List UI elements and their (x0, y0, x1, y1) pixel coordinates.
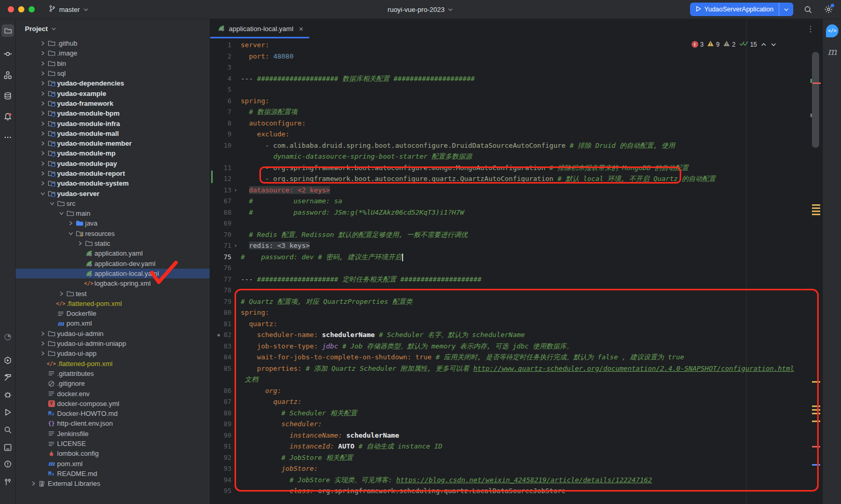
chevron-expanded-icon[interactable] (57, 211, 65, 216)
maximize-window-button[interactable] (29, 6, 35, 12)
project-switcher[interactable]: ruoyi-vue-pro-2023 (388, 6, 453, 13)
tree-item[interactable]: yudao-server (16, 188, 210, 198)
warning-count[interactable]: 9 (707, 40, 720, 48)
chevron-collapsed-icon[interactable] (38, 351, 47, 356)
code-line-2[interactable]: 2 port: 48080 (210, 51, 822, 62)
tree-item[interactable]: yudao-module-pay (16, 159, 210, 169)
tree-item[interactable]: yudao-example (16, 88, 210, 98)
tree-item[interactable]: java (16, 218, 210, 228)
code-line-83[interactable]: 83 job-store-type: jdbc # Job 存储器类型。默认为 … (210, 341, 822, 352)
window-controls[interactable] (8, 6, 35, 12)
structure-tool-icon[interactable] (2, 69, 14, 81)
chevron-expanded-icon[interactable] (38, 191, 47, 197)
code-line-8[interactable]: 8 autoconfigure: (210, 118, 822, 129)
prev-problem-icon[interactable] (761, 41, 767, 48)
code-line-95[interactable]: 95 class: org.springframework.scheduling… (210, 485, 822, 497)
chevron-expanded-icon[interactable] (48, 201, 56, 206)
chevron-collapsed-icon[interactable] (38, 150, 47, 156)
services-tool-icon[interactable] (2, 354, 14, 367)
run-configuration-button[interactable]: YudaoServerApplication (690, 3, 793, 16)
tree-item[interactable]: application.yaml (16, 248, 210, 258)
chevron-collapsed-icon[interactable] (38, 80, 47, 86)
code-line-6[interactable]: 6spring: (210, 95, 822, 107)
code-line-4[interactable]: 4--- #################### 数据库相关配置 ######… (210, 73, 822, 85)
code-line-70[interactable]: 70 # Redis 配置。Redisson 默认的配置足够使用, 一般不需要进… (210, 229, 822, 241)
chevron-collapsed-icon[interactable] (29, 481, 37, 486)
tree-item[interactable]: yudao-ui-app (16, 348, 210, 358)
tree-item[interactable]: .gitattributes (16, 369, 210, 379)
editor-scrollbar-thumb[interactable] (812, 52, 819, 148)
more-tool-icon[interactable] (2, 131, 14, 144)
chevron-collapsed-icon[interactable] (38, 91, 47, 96)
tree-item[interactable]: resources (16, 229, 210, 239)
code-line-80[interactable]: 80spring: (210, 307, 822, 318)
chevron-collapsed-icon[interactable] (38, 121, 47, 127)
tree-item[interactable]: docker.env (16, 388, 210, 398)
git-branch-widget[interactable]: master (48, 5, 89, 14)
settings-button[interactable] (822, 3, 835, 16)
search-everywhere-button[interactable] (802, 3, 814, 16)
tree-item[interactable]: bin (16, 59, 210, 68)
code-line-92[interactable]: 92 # JobStore 相关配置 (210, 452, 822, 464)
code-line-81[interactable]: 81 quartz: (210, 318, 822, 330)
code-line-12[interactable]: 12 - org.springframework.boot.autoconfig… (210, 173, 822, 185)
code-line-82[interactable]: 82 scheduler-name: schedulerName # Sched… (210, 329, 822, 341)
version-control-tool-icon[interactable] (2, 476, 14, 488)
code-line-13[interactable]: 13› datasource: <2 keys> (210, 185, 822, 196)
tree-item[interactable]: LICENSE (16, 439, 210, 449)
commit-tool-icon[interactable] (2, 48, 14, 60)
code-line-11[interactable]: 11 - org.springframework.boot.autoconfig… (210, 162, 822, 174)
chevron-expanded-icon[interactable] (66, 231, 75, 236)
code-line-88[interactable]: 88 # Scheduler 相关配置 (210, 408, 822, 419)
minimize-window-button[interactable] (18, 6, 24, 12)
build-tool-icon[interactable] (2, 371, 14, 384)
chevron-down-icon[interactable] (51, 26, 57, 32)
chevron-collapsed-icon[interactable] (38, 71, 47, 76)
chevron-collapsed-icon[interactable] (38, 110, 47, 116)
tree-item[interactable]: M↓Docker-HOWTO.md (16, 409, 210, 418)
code-line-75[interactable]: 75# password: dev # 密码, 建议生产环境开启 (210, 251, 822, 263)
code-line-85[interactable]: 85 properties: # 添加 Quartz Scheduler 附加属… (210, 363, 822, 374)
chevron-collapsed-icon[interactable] (38, 161, 47, 166)
notifications-tool-icon[interactable] (2, 110, 14, 123)
tree-item[interactable]: .gitignore (16, 379, 210, 388)
tree-item[interactable]: Dockerfile (16, 309, 210, 318)
code-line-77[interactable]: 77--- #################### 定时任务相关配置 ####… (210, 274, 822, 285)
tree-item[interactable]: External Libraries (16, 479, 210, 488)
error-count[interactable]: ! 3 (692, 41, 704, 48)
chevron-collapsed-icon[interactable] (38, 40, 47, 46)
tree-item[interactable]: sql (16, 68, 210, 78)
fold-arrow-icon[interactable]: › (231, 240, 240, 251)
close-tab-icon[interactable]: × (299, 25, 303, 33)
tree-item[interactable]: M↓README.md (16, 469, 210, 479)
code-line-86[interactable]: 86 org: (210, 385, 822, 397)
tree-item[interactable]: static (16, 239, 210, 248)
close-window-button[interactable] (8, 6, 14, 12)
inspections-widget[interactable]: ! 3 9 2 15 (692, 40, 777, 48)
code-line-79[interactable]: 79# Quartz 配置项, 对应 QuartzProperties 配置类 (210, 296, 822, 307)
tree-item[interactable]: main (16, 208, 210, 218)
tree-item[interactable]: yudao-module-member (16, 138, 210, 148)
tree-item[interactable]: yudao-module-mall (16, 129, 210, 138)
chevron-collapsed-icon[interactable] (38, 61, 47, 66)
code-line-7[interactable]: 7 # 数据源配置项 (210, 106, 822, 118)
chevron-collapsed-icon[interactable] (38, 50, 47, 56)
database-tool-icon[interactable] (2, 90, 14, 102)
tree-item[interactable]: .github (16, 38, 210, 48)
code-line-10[interactable]: 10 - com.alibaba.druid.spring.boot.autoc… (210, 140, 822, 151)
tab-application-local-yaml[interactable]: application-local.yaml × (210, 19, 309, 38)
editor-options-kebab-icon[interactable]: ⋮ (807, 24, 815, 34)
code-editor[interactable]: 1server:2 port: 4808034--- #############… (210, 39, 822, 504)
code-line-84[interactable]: 84 wait-for-jobs-to-complete-on-shutdown… (210, 352, 822, 363)
tree-item[interactable]: yudao-ui-admin-uniapp (16, 339, 210, 348)
code-line-76[interactable]: 76 (210, 262, 822, 274)
tree-item[interactable]: Jenkinsfile (16, 429, 210, 439)
code-line-wrap[interactable]: 文档 (210, 374, 822, 385)
profiler-tool-icon[interactable] (2, 331, 14, 343)
tree-item[interactable]: src (16, 199, 210, 208)
chevron-collapsed-icon[interactable] (38, 180, 47, 186)
tree-item[interactable]: application-dev.yaml (16, 259, 210, 269)
tree-item[interactable]: test (16, 288, 210, 298)
maven-tool-icon[interactable]: m (826, 45, 838, 58)
code-line-67[interactable]: 67 # username: sa (210, 195, 822, 207)
